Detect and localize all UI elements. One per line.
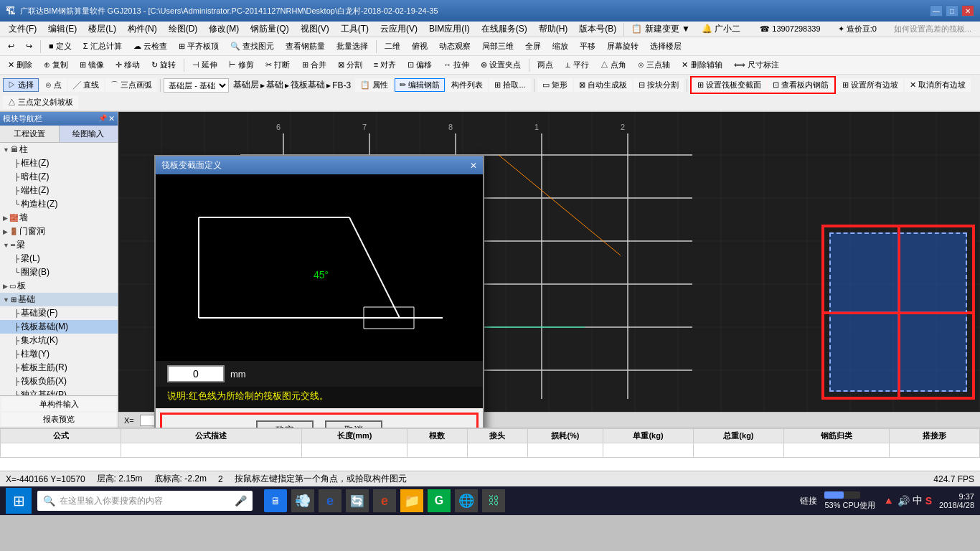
set-raft-section-button[interactable]: ⊞ 设置筏板变截面 (692, 78, 766, 92)
cancel-all-slope-button[interactable]: ✕ 取消所有边坡 (905, 78, 971, 92)
element-list-button[interactable]: 构件列表 (446, 78, 488, 92)
copy-button[interactable]: ⊕ 复制 (39, 58, 73, 72)
taskbar-app-g[interactable]: G (428, 489, 451, 512)
report-preview-button[interactable]: 报表预览 (1, 413, 116, 426)
point-angle-button[interactable]: △ 点角 (595, 58, 631, 72)
local-3d-button[interactable]: 局部三维 (477, 39, 519, 53)
cloud-check-button[interactable]: ☁ 云检查 (128, 39, 172, 53)
single-element-input-button[interactable]: 单构件输入 (1, 397, 116, 411)
pan-button[interactable]: 平移 (575, 39, 600, 53)
tree-item-construct-col[interactable]: └构造柱(Z) (0, 197, 118, 211)
set-all-slope-button[interactable]: ⊞ 设置所有边坡 (837, 78, 903, 92)
redo-button[interactable]: ↪ (21, 40, 37, 52)
fullscreen-button[interactable]: 全屏 (520, 39, 546, 53)
menu-element[interactable]: 构件(N) (122, 22, 163, 37)
parallel-button[interactable]: ⊥ 平行 (560, 58, 594, 72)
close-button[interactable]: ✕ (961, 5, 974, 17)
canvas-area[interactable]: 筏板变截面定义 ✕ (118, 112, 980, 428)
set-grip-button[interactable]: ⊛ 设置夹点 (476, 58, 526, 72)
two-point-button[interactable]: 两点 (532, 58, 558, 72)
menu-draw[interactable]: 绘图(D) (163, 22, 204, 37)
menu-new-change[interactable]: 📋 新建变更 ▼ (626, 22, 696, 37)
rotate-button[interactable]: ↻ 旋转 (146, 58, 181, 72)
view-slab-rebar-button[interactable]: ⊡ 查看板内钢筋 (768, 78, 834, 92)
2d-button[interactable]: 二维 (380, 39, 405, 53)
properties-button[interactable]: 📋 属性 (355, 78, 393, 92)
delete-button[interactable]: ✕ 删除 (3, 58, 37, 72)
sum-button[interactable]: Σ 汇总计算 (78, 39, 127, 53)
minimize-button[interactable]: — (930, 5, 943, 17)
break-button[interactable]: ✂ 打断 (260, 58, 295, 72)
view-rebar-button[interactable]: 查看钢筋量 (281, 39, 330, 53)
maximize-button[interactable]: □ (946, 5, 958, 17)
dimension-button[interactable]: ⟺ 尺寸标注 (729, 58, 784, 72)
dialog-title-bar[interactable]: 筏板变截面定义 ✕ (156, 156, 483, 174)
rect-button[interactable]: ▭ 矩形 (537, 78, 573, 92)
level-top-button[interactable]: ⊞ 平齐板顶 (174, 39, 224, 53)
batch-select-button[interactable]: 批量选择 (331, 39, 373, 53)
menu-gxiao[interactable]: 🔔 广小二 (696, 22, 746, 37)
tree-item-window[interactable]: ▶ 🚪门窗洞 (0, 225, 118, 238)
dialog-close-icon[interactable]: ✕ (470, 161, 477, 171)
tree-item-ring-beam[interactable]: └圈梁(B) (0, 265, 118, 279)
taskbar-app-link[interactable]: ⛓ (482, 489, 505, 512)
menu-tools[interactable]: 工具(T) (335, 22, 374, 37)
menu-version[interactable]: 版本号(B) (573, 22, 622, 37)
taskbar-app-2[interactable]: 💨 (291, 489, 314, 512)
menu-floor[interactable]: 楼层(L) (83, 22, 122, 37)
tree-item-column[interactable]: ▼ 🏛 柱 (0, 143, 118, 156)
split-by-block-button[interactable]: ⊟ 按块分割 (633, 78, 684, 92)
taskbar-app-3[interactable]: 🔄 (346, 489, 369, 512)
panel-close-icon[interactable]: ✕ (108, 114, 115, 123)
taskbar-app-ie3[interactable]: 🌐 (455, 489, 478, 512)
tree-item-sump[interactable]: ├集水坑(K) (0, 334, 118, 347)
three-point-slope-button[interactable]: △ 三点定义斜坡板 (3, 95, 78, 109)
tree-item-slab[interactable]: ▶ ▭板 (0, 279, 118, 293)
move-button[interactable]: ✛ 移动 (110, 58, 145, 72)
tree-item-raft-foundation[interactable]: ├筏板基础(M) (0, 320, 118, 334)
tree-item-wall[interactable]: ▶ 🧱墙 (0, 211, 118, 225)
tree-item-hidden-col[interactable]: ├暗柱(Z) (0, 170, 118, 184)
menu-bim[interactable]: BIM应用(I) (423, 22, 476, 37)
tree-item-frame-col[interactable]: ├框柱(Z) (0, 156, 118, 170)
define-button[interactable]: ■ 定义 (44, 39, 77, 53)
nav-tab-draw[interactable]: 绘图输入 (60, 126, 118, 142)
delete-aux-button[interactable]: ✕ 删除辅轴 (677, 58, 727, 72)
dialog-confirm-button[interactable]: 确定 (256, 420, 314, 428)
menu-cloud[interactable]: 云应用(V) (374, 22, 423, 37)
tree-item-end-col[interactable]: ├端柱(Z) (0, 184, 118, 197)
offset-button[interactable]: ⊡ 偏移 (402, 58, 437, 72)
menu-file[interactable]: 文件(F) (3, 22, 42, 37)
taskbar-search[interactable]: 🔍 在这里输入你要搜索的内容 🎤 (37, 491, 253, 511)
arc-tool-button[interactable]: ⌒ 三点画弧 (105, 78, 157, 92)
dimension-input[interactable] (167, 365, 225, 382)
menu-modify[interactable]: 修改(M) (203, 22, 245, 37)
zoom-button[interactable]: 缩放 (547, 39, 573, 53)
point-tool-button[interactable]: ⊙ 点 (40, 78, 67, 92)
taskbar-app-1[interactable]: 🖥 (264, 489, 287, 512)
tree-item-found-beam[interactable]: ├基础梁(F) (0, 306, 118, 320)
select-floor-button[interactable]: 选择楼层 (645, 39, 687, 53)
tree-item-beam[interactable]: ▼ ━梁 (0, 238, 118, 252)
tree-item-isolated[interactable]: ├独立基础(P) (0, 388, 118, 395)
dynamic-view-button[interactable]: 动态观察 (434, 39, 476, 53)
dialog-cancel-button[interactable]: 取消 (325, 420, 382, 428)
floor-combo[interactable]: 基础层 - 基础 (164, 78, 229, 93)
windows-logo[interactable]: ⊞ (6, 488, 32, 514)
edit-rebar-button[interactable]: ✏ 编辑钢筋 (395, 78, 445, 92)
menu-help[interactable]: 帮助(H) (533, 22, 574, 37)
stretch-button[interactable]: ↔ 拉伸 (438, 58, 474, 72)
extend-button[interactable]: ⊣ 延伸 (187, 58, 222, 72)
panel-pin-icon[interactable]: 📌 (98, 114, 107, 123)
top-view-button[interactable]: 俯视 (407, 39, 433, 53)
menu-rebar[interactable]: 钢筋量(Q) (245, 22, 294, 37)
align-button[interactable]: ≡ 对齐 (369, 58, 401, 72)
split-button[interactable]: ⊠ 分割 (333, 58, 367, 72)
tree-item-pile-rebar[interactable]: ├桩板主筋(R) (0, 361, 118, 375)
merge-button[interactable]: ⊞ 合并 (297, 58, 331, 72)
three-point-axis-button[interactable]: ⊙ 三点轴 (633, 58, 675, 72)
undo-button[interactable]: ↩ (3, 40, 19, 52)
menu-view[interactable]: 视图(V) (295, 22, 335, 37)
tree-item-foundation[interactable]: ▼ ⊞基础 (0, 293, 118, 306)
auto-gen-slab-button[interactable]: ⊠ 自动生成板 (574, 78, 632, 92)
